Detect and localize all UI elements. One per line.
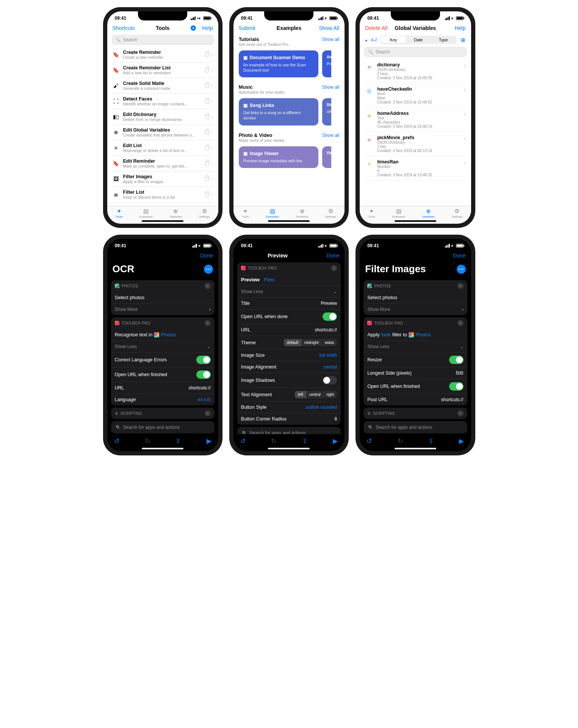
preview-action[interactable]: Preview Files [237,274,341,286]
show-less-row[interactable]: Show Less⌄ [237,286,341,297]
action-search[interactable]: Search for apps and actions [111,421,215,433]
toggle[interactable] [449,356,464,364]
example-card[interactable]: ▣ Document Scanner Demo An example of ho… [239,50,318,77]
show-all-link[interactable]: Show all [322,133,339,138]
tab-examples[interactable]: ▤Examples [392,208,406,218]
sort-icon[interactable]: ▲ [364,38,368,42]
language-row[interactable]: Languageen-US [111,394,215,405]
tab-tools[interactable]: ✦Tools [242,208,249,218]
share-icon[interactable]: ⇪ [428,437,434,445]
tool-row[interactable]: 🖌 Create Solid MatteGenerate a coloured … [112,78,214,94]
share-icon[interactable]: ⇪ [175,437,181,445]
button-style-row[interactable]: Button Styleoutline rounded [237,401,341,413]
post-url-row[interactable]: Post URLshortcuts:// [363,394,467,405]
tab-variables[interactable]: ⊕Variables [169,208,182,218]
done-button[interactable]: Done [190,253,213,259]
seg-type[interactable]: Type [431,36,456,43]
shortcuts-button[interactable]: Shortcuts [113,25,135,31]
tab-examples[interactable]: ▤Examples [139,208,153,218]
show-all-link[interactable]: Show all [322,37,339,42]
remove-icon[interactable]: ✕ [205,283,211,289]
show-less-row[interactable]: Show Less⌄ [111,340,215,352]
tool-row[interactable]: ≣ Filter ListKeep or discard items in a … [112,187,214,202]
button-radius-row[interactable]: Button Corner Radius8 [237,413,341,425]
play-icon[interactable]: ▶ [333,437,338,445]
theme-segments[interactable]: defaultmidnightswiss [284,339,337,346]
remove-icon[interactable]: ✕ [205,320,211,326]
example-card[interactable]: ▣ Image Viewer Preview image metadata wi… [239,146,318,168]
image-size-row[interactable]: Image Sizefull width [237,349,341,361]
seg-key[interactable]: Key [381,36,406,43]
filter-icon[interactable]: ● [191,25,196,31]
sort-segments[interactable]: Key Date Type [380,36,456,44]
example-card-peek[interactable]: Vie [322,146,331,168]
search-input[interactable]: Search [112,35,214,45]
remove-icon[interactable]: ✕ [205,410,211,416]
tool-row[interactable]: ⛶ Detect FacesIdentify whether an image … [112,94,214,109]
remove-icon[interactable]: ✕ [457,410,464,416]
show-more-row[interactable]: Show More› [111,303,215,315]
toggle[interactable] [449,382,464,391]
tool-row[interactable]: 🔖 Create Reminder ListAdd a new list to … [112,63,214,78]
tab-variables[interactable]: ⊕Variables [422,208,435,218]
seg-date[interactable]: Date [406,36,431,43]
image-align-row[interactable]: Image Alignmentcentral [237,361,341,373]
text-align-segments[interactable]: leftcentralright [295,391,337,398]
tab-settings[interactable]: ⚙Settings [451,208,462,218]
search-input[interactable]: Search [364,47,466,57]
action-search[interactable]: Search for apps and actions [237,427,341,434]
add-button[interactable]: ⊕ [460,36,467,44]
recognise-text-action[interactable]: Recognise text in Photos [111,329,215,340]
undo-icon[interactable]: ↺ [367,437,372,445]
show-all-link[interactable]: Show all [322,85,339,90]
variable-row[interactable]: ≋ dictionaryJSON Dictionary2 keysCreated… [364,59,466,83]
tab-settings[interactable]: ⚙Settings [325,208,336,218]
select-photos-action[interactable]: Select photos [363,292,467,303]
remove-icon[interactable]: ✕ [457,320,464,326]
example-card[interactable]: ▣ Song Links Get links to a song on a di… [239,98,318,125]
tab-variables[interactable]: ⊕Variables [296,208,309,218]
undo-icon[interactable]: ↺ [114,437,119,445]
remove-icon[interactable]: ✕ [331,265,337,271]
play-icon[interactable]: ▶ [459,437,464,445]
select-photos-action[interactable]: Select photos [111,292,215,303]
toggle[interactable] [323,312,337,321]
tool-row[interactable]: ⊕ Edit Global VariablesCreate variables … [112,125,214,140]
example-card-peek[interactable]: AnPre [322,50,331,77]
more-icon[interactable]: ⋯ [204,265,213,274]
show-all-button[interactable]: Show All [316,25,339,31]
variable-row[interactable]: ⓧ haveCheckedInBoolfalseCreated: 3 Nov 2… [364,83,466,108]
submit-button[interactable]: Submit [239,25,262,31]
url-row[interactable]: URLshortcuts:// [237,324,341,336]
variable-row[interactable]: # timesRanNumber8Created: 3 Nov 2019 at … [364,156,466,180]
tool-row[interactable]: 🔖 Create ReminderCreate a new reminder › [112,47,214,63]
share-icon[interactable]: ⇪ [302,437,307,445]
toggle[interactable] [323,376,337,384]
toggle[interactable] [196,356,211,364]
apply-filter-action[interactable]: Apply fade filter to Photos [363,329,467,340]
variable-row[interactable]: ≣ homeAddressText45 charactersCreated: 3… [364,108,466,132]
tool-row[interactable]: 🖼 Filter ImagesApply a filter to images … [112,171,214,187]
undo-icon[interactable]: ↺ [240,437,246,445]
show-less-row[interactable]: Show Less⌄ [363,340,467,352]
tab-tools[interactable]: ✦Tools [116,208,123,218]
help-button[interactable]: ● Help [190,25,213,31]
help-button[interactable]: Help [443,25,466,31]
longest-side-row[interactable]: Longest Side (pixels)500 [363,367,467,379]
done-button[interactable]: Done [316,253,339,259]
tool-row[interactable]: 🔖 Edit ReminderMark as complete, open to… [112,156,214,171]
url-row[interactable]: URLshortcuts:// [111,382,215,394]
done-button[interactable]: Done [443,253,466,259]
play-icon[interactable]: ▶ [207,437,211,445]
example-card-peek[interactable]: Shoth [322,98,331,125]
sort-az[interactable]: A-Z [371,38,377,42]
variable-row[interactable]: ≋ pickMovie_prefsJSON Dictionary1 keyCre… [364,132,466,156]
action-search[interactable]: Search for apps and actions [363,421,467,433]
tab-tools[interactable]: ✦Tools [368,208,375,218]
remove-icon[interactable]: ✕ [457,283,464,289]
tab-settings[interactable]: ⚙Settings [199,208,210,218]
tab-examples[interactable]: ▤Examples [266,208,279,218]
title-row[interactable]: TitlePreview [237,297,341,309]
show-more-row[interactable]: Show More› [363,303,467,315]
delete-all-button[interactable]: Delete All [365,25,388,31]
